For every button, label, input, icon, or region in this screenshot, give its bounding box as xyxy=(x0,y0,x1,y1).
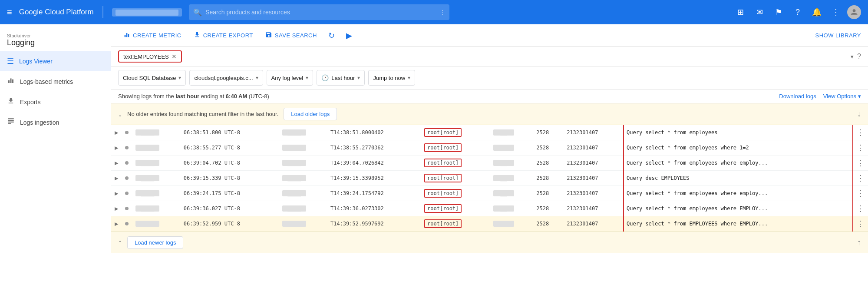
severity-cell xyxy=(122,125,132,140)
play-button[interactable]: ▶ xyxy=(341,28,357,43)
more-cell[interactable]: ⋮ xyxy=(853,156,868,171)
alert-icon[interactable]: ⚑ xyxy=(771,4,786,20)
more-cell[interactable]: ⋮ xyxy=(853,201,868,216)
logs-viewer-icon: ☰ xyxy=(7,56,14,66)
project-id-text: ████████████ xyxy=(116,10,179,16)
search-dropdown-icon[interactable]: ⋮ xyxy=(440,9,445,15)
filter-row: text:EMPLOYEES ✕ ▾ ? xyxy=(111,47,868,66)
show-library-button[interactable]: SHOW LIBRARY xyxy=(815,32,861,39)
row-more-icon[interactable]: ⋮ xyxy=(857,189,865,198)
project-id[interactable]: ████████████ xyxy=(112,8,182,17)
product-label: Stackdriver xyxy=(7,33,104,38)
expand-icon[interactable]: ▶ xyxy=(115,160,118,166)
user-cell: root[root] xyxy=(421,186,490,201)
timestamp-cell: T14:39:36.0273302 xyxy=(327,201,421,216)
filter-help-icon[interactable]: ? xyxy=(857,53,861,60)
date-cell: ████ xyxy=(132,156,180,171)
svg-rect-8 xyxy=(125,35,126,37)
more-cell[interactable]: ⋮ xyxy=(853,216,868,232)
more-cell[interactable]: ⋮ xyxy=(853,186,868,201)
status-mid: ending at xyxy=(199,93,226,99)
jump-dropdown[interactable]: Jump to now ▾ xyxy=(368,70,415,86)
view-options-button[interactable]: View Options ▾ xyxy=(823,93,861,99)
expand-icon[interactable]: ▶ xyxy=(115,206,118,211)
expand-icon[interactable]: ▶ xyxy=(115,191,118,196)
nav-divider xyxy=(102,6,103,18)
row-more-icon[interactable]: ⋮ xyxy=(857,143,865,152)
download-logs-link[interactable]: Download logs xyxy=(779,93,816,99)
nav-right-icons: ⊞ ✉ ⚑ ? 🔔 ⋮ xyxy=(733,4,861,20)
date-cell: ████ xyxy=(132,140,180,156)
sidebar-item-logs-viewer[interactable]: ☰ Logs Viewer xyxy=(0,51,111,71)
filter-dropdown-icon[interactable]: ▾ xyxy=(851,53,854,60)
time-chevron: ▾ xyxy=(357,75,360,81)
save-search-button[interactable]: SAVE SEARCH xyxy=(260,28,322,43)
sidebar-item-exports[interactable]: Exports xyxy=(0,92,111,112)
expand-cell[interactable]: ▶ xyxy=(111,125,122,140)
date2-cell: ████ xyxy=(279,156,327,171)
save-search-icon xyxy=(265,31,272,40)
load-older-logs-button[interactable]: Load older logs xyxy=(284,108,337,120)
expand-cell[interactable]: ▶ xyxy=(111,171,122,186)
hamburger-icon[interactable]: ≡ xyxy=(7,7,12,17)
api-dropdown[interactable]: cloudsql.googleapis.c... ▾ xyxy=(189,70,263,86)
time-icon: 🕐 xyxy=(321,74,329,81)
table-row: ▶ ████ 06:39:04.702 UTC-8 ████ T14:39:04… xyxy=(111,156,868,171)
expand-icon[interactable]: ▶ xyxy=(115,221,118,226)
more-cell[interactable]: ⋮ xyxy=(853,125,868,140)
chat-icon[interactable]: ✉ xyxy=(752,4,767,20)
svg-rect-6 xyxy=(8,122,14,122)
sidebar-item-logs-ingestion[interactable]: Logs ingestion xyxy=(0,112,111,132)
refresh-button[interactable]: ↻ xyxy=(324,28,340,43)
num1-cell: 2528 xyxy=(533,201,563,216)
row-more-icon[interactable]: ⋮ xyxy=(857,219,865,228)
at-cell: ██ xyxy=(490,171,533,186)
grid-icon[interactable]: ⊞ xyxy=(733,4,748,20)
search-bar[interactable]: 🔍 ⋮ xyxy=(189,4,449,20)
filter-close-icon[interactable]: ✕ xyxy=(172,53,177,60)
expand-icon[interactable]: ▶ xyxy=(115,175,118,181)
create-metric-button[interactable]: CREATE METRIC xyxy=(118,28,187,43)
date2-cell: ████ xyxy=(279,140,327,156)
top-banner-right-icon: ↓ xyxy=(857,109,861,119)
time-dropdown[interactable]: 🕐 Last hour ▾ xyxy=(317,70,365,86)
project-selector[interactable]: ████████████ xyxy=(112,8,182,17)
at-cell: ██ xyxy=(490,125,533,140)
expand-cell[interactable]: ▶ xyxy=(111,201,122,216)
sidebar-item-label: Exports xyxy=(20,99,40,106)
num2-cell: 2132301407 xyxy=(563,156,624,171)
row-more-icon[interactable]: ⋮ xyxy=(857,128,865,137)
svg-rect-9 xyxy=(126,33,128,37)
expand-icon[interactable]: ▶ xyxy=(115,145,118,150)
more-cell[interactable]: ⋮ xyxy=(853,171,868,186)
row-more-icon[interactable]: ⋮ xyxy=(857,174,865,182)
source-value: Cloud SQL Database xyxy=(123,75,176,81)
bell-icon[interactable]: 🔔 xyxy=(809,4,825,20)
svg-rect-2 xyxy=(10,79,12,83)
more-cell[interactable]: ⋮ xyxy=(853,140,868,156)
expand-cell[interactable]: ▶ xyxy=(111,140,122,156)
expand-cell[interactable]: ▶ xyxy=(111,156,122,171)
expand-icon[interactable]: ▶ xyxy=(115,130,118,135)
create-export-button[interactable]: CREATE EXPORT xyxy=(188,28,258,43)
more-icon[interactable]: ⋮ xyxy=(828,4,844,20)
help-icon[interactable]: ? xyxy=(790,4,805,20)
severity-cell xyxy=(122,171,132,186)
log-level-dropdown[interactable]: Any log level ▾ xyxy=(267,70,314,86)
expand-cell[interactable]: ▶ xyxy=(111,216,122,232)
severity-dot xyxy=(125,131,129,134)
num1-cell: 2528 xyxy=(533,156,563,171)
sidebar-item-logs-metrics[interactable]: Logs-based metrics xyxy=(0,71,111,92)
row-more-icon[interactable]: ⋮ xyxy=(857,159,865,167)
source-dropdown[interactable]: Cloud SQL Database ▾ xyxy=(118,70,186,86)
search-input[interactable] xyxy=(205,9,436,16)
num1-cell: 2528 xyxy=(533,186,563,201)
avatar[interactable] xyxy=(847,5,861,19)
load-newer-logs-button[interactable]: Load newer logs xyxy=(127,236,183,249)
severity-dot xyxy=(125,176,129,180)
row-more-icon[interactable]: ⋮ xyxy=(857,204,865,213)
table-row: ▶ ████ 06:38:55.277 UTC-8 ████ T14:38:55… xyxy=(111,140,868,156)
view-options-chevron: ▾ xyxy=(858,93,861,99)
expand-cell[interactable]: ▶ xyxy=(111,186,122,201)
date-cell: ████ xyxy=(132,171,180,186)
